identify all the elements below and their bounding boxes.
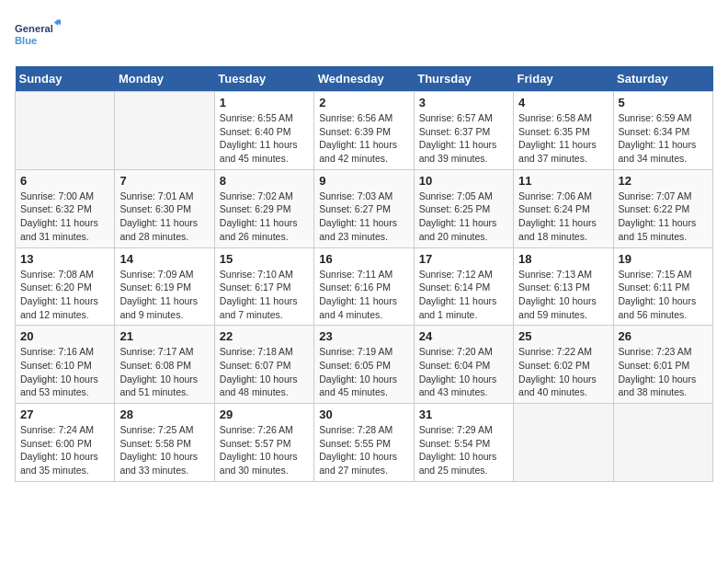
day-info: Sunrise: 7:29 AM Sunset: 5:54 PM Dayligh… [419,423,508,477]
day-info: Sunrise: 7:00 AM Sunset: 6:32 PM Dayligh… [20,190,109,244]
day-info: Sunrise: 7:01 AM Sunset: 6:30 PM Dayligh… [119,190,209,244]
calendar-day-cell: 8Sunrise: 7:02 AM Sunset: 6:29 PM Daylig… [214,169,313,247]
calendar-day-cell: 30Sunrise: 7:28 AM Sunset: 5:55 PM Dayli… [314,404,414,482]
day-info: Sunrise: 7:17 AM Sunset: 6:08 PM Dayligh… [119,345,209,399]
calendar-day-cell [16,92,115,170]
calendar-day-cell: 20Sunrise: 7:16 AM Sunset: 6:10 PM Dayli… [16,326,115,404]
day-number: 22 [220,329,309,343]
day-number: 5 [619,96,708,109]
day-info: Sunrise: 7:06 AM Sunset: 6:24 PM Dayligh… [518,190,608,244]
weekday-header: Friday [514,66,613,92]
day-number: 7 [119,174,209,188]
day-number: 9 [319,174,408,188]
day-number: 25 [518,329,608,343]
calendar-day-cell: 7Sunrise: 7:01 AM Sunset: 6:30 PM Daylig… [115,169,214,247]
day-number: 16 [319,252,408,266]
calendar-header-row: SundayMondayTuesdayWednesdayThursdayFrid… [16,66,713,92]
calendar-day-cell: 25Sunrise: 7:22 AM Sunset: 6:02 PM Dayli… [514,326,613,404]
calendar-day-cell: 19Sunrise: 7:15 AM Sunset: 6:11 PM Dayli… [613,247,712,326]
day-info: Sunrise: 7:11 AM Sunset: 6:16 PM Dayligh… [319,268,408,322]
day-info: Sunrise: 7:12 AM Sunset: 6:14 PM Dayligh… [419,268,508,322]
day-info: Sunrise: 7:09 AM Sunset: 6:19 PM Dayligh… [119,268,209,322]
day-number: 2 [319,96,408,109]
weekday-header: Thursday [414,66,513,92]
day-number: 13 [20,252,109,266]
day-number: 10 [419,174,508,188]
calendar-week-row: 1Sunrise: 6:55 AM Sunset: 6:40 PM Daylig… [16,92,713,170]
calendar-day-cell: 9Sunrise: 7:03 AM Sunset: 6:27 PM Daylig… [314,169,414,247]
day-number: 4 [518,96,608,109]
day-info: Sunrise: 7:02 AM Sunset: 6:29 PM Dayligh… [220,190,309,244]
day-number: 8 [220,174,309,188]
day-info: Sunrise: 6:59 AM Sunset: 6:34 PM Dayligh… [619,111,708,166]
svg-text:Blue: Blue [15,35,37,46]
calendar-day-cell: 27Sunrise: 7:24 AM Sunset: 6:00 PM Dayli… [16,404,115,482]
day-info: Sunrise: 7:18 AM Sunset: 6:07 PM Dayligh… [220,345,309,399]
day-number: 23 [319,329,408,343]
day-number: 24 [419,329,508,343]
day-info: Sunrise: 7:13 AM Sunset: 6:13 PM Dayligh… [518,268,608,322]
weekday-header: Tuesday [214,66,313,92]
day-number: 15 [220,252,309,266]
calendar-day-cell: 29Sunrise: 7:26 AM Sunset: 5:57 PM Dayli… [214,404,313,482]
calendar-week-row: 13Sunrise: 7:08 AM Sunset: 6:20 PM Dayli… [16,247,713,326]
calendar-day-cell: 18Sunrise: 7:13 AM Sunset: 6:13 PM Dayli… [514,247,613,326]
weekday-header: Wednesday [314,66,414,92]
calendar-day-cell: 21Sunrise: 7:17 AM Sunset: 6:08 PM Dayli… [115,326,214,404]
calendar-day-cell: 14Sunrise: 7:09 AM Sunset: 6:19 PM Dayli… [115,247,214,326]
calendar-day-cell: 3Sunrise: 6:57 AM Sunset: 6:37 PM Daylig… [414,92,513,170]
calendar-day-cell: 10Sunrise: 7:05 AM Sunset: 6:25 PM Dayli… [414,169,513,247]
calendar-day-cell: 24Sunrise: 7:20 AM Sunset: 6:04 PM Dayli… [414,326,513,404]
day-info: Sunrise: 7:10 AM Sunset: 6:17 PM Dayligh… [220,268,309,322]
calendar-week-row: 6Sunrise: 7:00 AM Sunset: 6:32 PM Daylig… [16,169,713,247]
day-number: 29 [220,408,309,421]
calendar-day-cell [115,92,214,170]
logo: General Blue [15,15,61,57]
calendar-day-cell: 12Sunrise: 7:07 AM Sunset: 6:22 PM Dayli… [613,169,712,247]
calendar-day-cell: 16Sunrise: 7:11 AM Sunset: 6:16 PM Dayli… [314,247,414,326]
day-number: 21 [119,329,209,343]
calendar-day-cell: 11Sunrise: 7:06 AM Sunset: 6:24 PM Dayli… [514,169,613,247]
calendar-day-cell: 13Sunrise: 7:08 AM Sunset: 6:20 PM Dayli… [16,247,115,326]
calendar-day-cell: 17Sunrise: 7:12 AM Sunset: 6:14 PM Dayli… [414,247,513,326]
day-number: 1 [220,96,309,109]
day-info: Sunrise: 6:57 AM Sunset: 6:37 PM Dayligh… [419,111,508,166]
day-info: Sunrise: 7:05 AM Sunset: 6:25 PM Dayligh… [419,190,508,244]
calendar-day-cell [514,404,613,482]
day-number: 26 [619,329,708,343]
calendar-week-row: 27Sunrise: 7:24 AM Sunset: 6:00 PM Dayli… [16,404,713,482]
day-info: Sunrise: 7:24 AM Sunset: 6:00 PM Dayligh… [20,423,109,477]
day-info: Sunrise: 7:23 AM Sunset: 6:01 PM Dayligh… [619,345,708,399]
day-number: 6 [20,174,109,188]
day-number: 27 [20,408,109,421]
day-number: 30 [319,408,408,421]
calendar-day-cell: 2Sunrise: 6:56 AM Sunset: 6:39 PM Daylig… [314,92,414,170]
calendar-day-cell: 5Sunrise: 6:59 AM Sunset: 6:34 PM Daylig… [613,92,712,170]
calendar-day-cell: 6Sunrise: 7:00 AM Sunset: 6:32 PM Daylig… [16,169,115,247]
calendar-table: SundayMondayTuesdayWednesdayThursdayFrid… [15,66,713,482]
calendar-day-cell: 1Sunrise: 6:55 AM Sunset: 6:40 PM Daylig… [214,92,313,170]
day-info: Sunrise: 6:56 AM Sunset: 6:39 PM Dayligh… [319,111,408,166]
weekday-header: Saturday [613,66,712,92]
day-info: Sunrise: 7:16 AM Sunset: 6:10 PM Dayligh… [20,345,109,399]
day-number: 28 [119,408,209,421]
weekday-header: Monday [115,66,214,92]
calendar-day-cell: 31Sunrise: 7:29 AM Sunset: 5:54 PM Dayli… [414,404,513,482]
day-info: Sunrise: 7:20 AM Sunset: 6:04 PM Dayligh… [419,345,508,399]
day-info: Sunrise: 7:25 AM Sunset: 5:58 PM Dayligh… [119,423,209,477]
calendar-day-cell: 4Sunrise: 6:58 AM Sunset: 6:35 PM Daylig… [514,92,613,170]
logo-svg: General Blue [15,15,61,53]
day-number: 17 [419,252,508,266]
day-number: 19 [619,252,708,266]
day-info: Sunrise: 7:28 AM Sunset: 5:55 PM Dayligh… [319,423,408,477]
weekday-header: Sunday [16,66,115,92]
svg-text:General: General [15,23,53,34]
calendar-day-cell: 28Sunrise: 7:25 AM Sunset: 5:58 PM Dayli… [115,404,214,482]
day-number: 31 [419,408,508,421]
day-number: 12 [619,174,708,188]
day-number: 3 [419,96,508,109]
day-info: Sunrise: 6:58 AM Sunset: 6:35 PM Dayligh… [518,111,608,166]
day-number: 20 [20,329,109,343]
day-info: Sunrise: 7:26 AM Sunset: 5:57 PM Dayligh… [220,423,309,477]
day-number: 18 [518,252,608,266]
